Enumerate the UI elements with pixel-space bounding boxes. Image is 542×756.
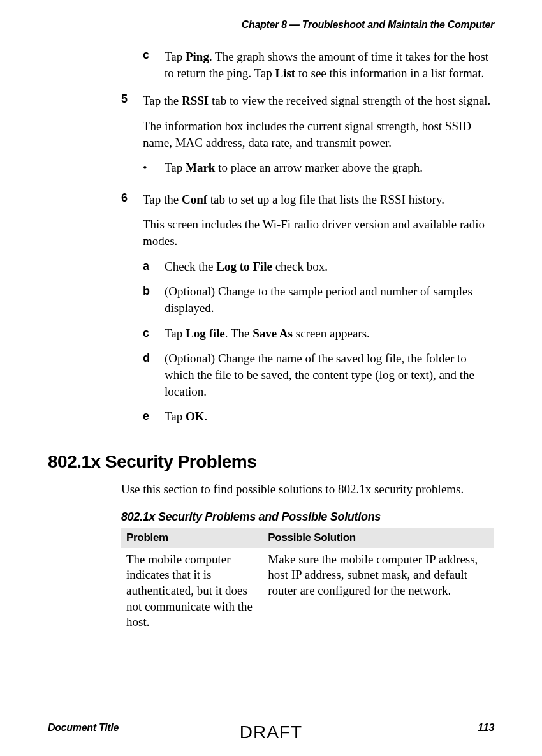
text-4c: Tap Ping. The graph shows the amount of … — [165, 48, 494, 81]
section-heading-8021x: 802.1x Security Problems — [48, 452, 494, 472]
th-solution: Possible Solution — [263, 528, 494, 548]
text-6d: (Optional) Change the name of the saved … — [165, 350, 494, 399]
t5-bullet-text: Tap Mark to place an arrow marker above … — [165, 159, 423, 176]
t5-b: RSSI — [182, 94, 209, 107]
text-5: Tap the RSSI tab to view the received si… — [143, 93, 494, 182]
step-4c-wrapper: c Tap Ping. The graph shows the amount o… — [121, 48, 494, 81]
t6c-post: screen appears. — [293, 327, 370, 340]
t6a-pre: Check the — [165, 260, 216, 273]
marker-6c: c — [143, 325, 165, 342]
t4c-b2: List — [275, 66, 296, 80]
marker-5: 5 — [121, 93, 143, 182]
t6e-post: . — [205, 410, 208, 423]
footer-draft-stamp: DRAFT — [240, 722, 302, 743]
step-6a: a Check the Log to File check box. — [143, 258, 494, 275]
text-6c: Tap Log file. The Save As screen appears… — [165, 325, 370, 342]
t4c-post: to see this information in a list format… — [295, 66, 484, 80]
main-content: c Tap Ping. The graph shows the amount o… — [48, 48, 494, 434]
footer-page-number: 113 — [478, 722, 494, 734]
t6c-mid: . The — [225, 327, 253, 340]
t6c-pre: Tap — [165, 327, 186, 340]
text-6b: (Optional) Change to the sample period a… — [165, 283, 494, 316]
t6a-b: Log to File — [216, 260, 272, 273]
step-5: 5 Tap the RSSI tab to view the received … — [121, 93, 494, 182]
t5-para2: The information box includes the current… — [143, 118, 494, 151]
t6-post: tab to set up a log file that lists the … — [207, 193, 444, 206]
text-6a: Check the Log to File check box. — [165, 258, 328, 275]
t5b-post: to place an arrow marker above the graph… — [215, 161, 423, 174]
step-6e: e Tap OK. — [143, 408, 494, 425]
text-6e: Tap OK. — [165, 408, 207, 425]
t5-bullet: • Tap Mark to place an arrow marker abov… — [143, 159, 494, 176]
t5-post: tab to view the received signal strength… — [209, 94, 490, 107]
marker-6: 6 — [121, 191, 143, 434]
step-4c: c Tap Ping. The graph shows the amount o… — [143, 48, 494, 81]
section-intro: Use this section to find possible soluti… — [48, 481, 494, 498]
marker-4c: c — [143, 48, 165, 81]
t5-pre: Tap the — [143, 94, 182, 107]
t4c-pre: Tap — [165, 50, 186, 63]
t5b-b: Mark — [186, 161, 215, 174]
t6e-pre: Tap — [165, 410, 186, 423]
marker-6b: b — [143, 283, 165, 316]
chapter-header: Chapter 8 — Troubleshoot and Maintain th… — [48, 19, 494, 31]
t6c-b2: Save As — [253, 327, 293, 340]
marker-6a: a — [143, 258, 165, 275]
t6e-b: OK — [186, 410, 205, 423]
troubleshoot-table: Problem Possible Solution The mobile com… — [121, 528, 494, 637]
footer-doc-title: Document Title — [48, 722, 119, 734]
text-6: Tap the Conf tab to set up a log file th… — [143, 191, 494, 434]
table-row: The mobile computer indicates that it is… — [121, 548, 494, 637]
td-solution: Make sure the mobile computer IP address… — [263, 548, 494, 637]
t6-para2: This screen includes the Wi-Fi radio dri… — [143, 216, 494, 249]
t6-b: Conf — [182, 193, 207, 206]
bullet-dot: • — [143, 159, 165, 176]
marker-6e: e — [143, 408, 165, 425]
th-problem: Problem — [121, 528, 263, 548]
table-title: 802.1x Security Problems and Possible So… — [48, 510, 494, 524]
t6a-post: check box. — [272, 260, 328, 273]
t4c-b1: Ping — [186, 50, 209, 63]
step-6d: d (Optional) Change the name of the save… — [143, 350, 494, 399]
step-6c: c Tap Log file. The Save As screen appea… — [143, 325, 494, 342]
step-6: 6 Tap the Conf tab to set up a log file … — [121, 191, 494, 434]
page: Chapter 8 — Troubleshoot and Maintain th… — [0, 0, 542, 756]
marker-6d: d — [143, 350, 165, 399]
footer: Document Title DRAFT 113 — [48, 722, 494, 734]
t6-pre: Tap the — [143, 193, 182, 206]
t6c-b1: Log file — [186, 327, 225, 340]
t5b-pre: Tap — [165, 161, 186, 174]
td-problem: The mobile computer indicates that it is… — [121, 548, 263, 637]
step-6b: b (Optional) Change to the sample period… — [143, 283, 494, 316]
table-header-row: Problem Possible Solution — [121, 528, 494, 548]
